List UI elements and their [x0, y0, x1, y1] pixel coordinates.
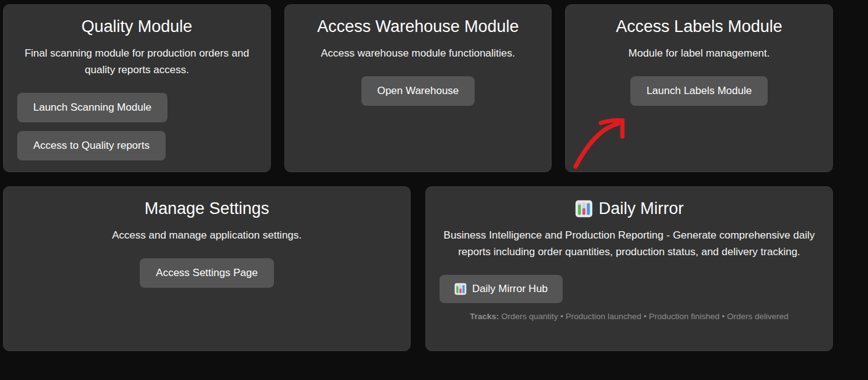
open-warehouse-button[interactable]: Open Warehouse	[361, 76, 475, 106]
card-title-access-labels: Access Labels Module	[579, 17, 819, 36]
warehouse-button-group: Open Warehouse	[299, 76, 538, 106]
labels-button-group: Launch Labels Module	[579, 76, 819, 106]
launch-scanning-module-button[interactable]: Launch Scanning Module	[17, 93, 167, 122]
settings-button-group: Access Settings Page	[17, 258, 396, 288]
bar-chart-icon	[454, 283, 467, 295]
card-quality-module: Quality Module Final scanning module for…	[3, 4, 271, 172]
bar-chart-icon	[575, 200, 593, 218]
card-title-daily-mirror: Daily Mirror	[440, 199, 819, 218]
card-access-labels-module: Access Labels Module Module for label ma…	[565, 4, 833, 172]
tracks-label: Tracks:	[470, 312, 499, 321]
card-title-manage-settings: Manage Settings	[17, 199, 396, 218]
module-dashboard: Quality Module Final scanning module for…	[3, 4, 833, 351]
daily-mirror-hub-button-label: Daily Mirror Hub	[472, 283, 548, 295]
top-row: Quality Module Final scanning module for…	[3, 4, 833, 172]
bottom-row: Manage Settings Access and manage applic…	[3, 186, 833, 351]
access-settings-page-button[interactable]: Access Settings Page	[140, 258, 273, 288]
daily-mirror-hub-button[interactable]: Daily Mirror Hub	[440, 275, 563, 303]
card-daily-mirror: Daily Mirror Business Intelligence and P…	[425, 186, 833, 351]
card-description-daily-mirror: Business Intelligence and Production Rep…	[440, 227, 819, 260]
daily-mirror-button-group: Daily Mirror Hub	[440, 275, 819, 303]
tracks-items: Orders quantity • Production launched • …	[501, 312, 789, 321]
card-access-warehouse-module: Access Warehouse Module Access warehouse…	[284, 4, 552, 172]
card-description-access-warehouse: Access warehouse module functionalities.	[299, 45, 538, 61]
access-quality-reports-button[interactable]: Access to Quality reports	[17, 131, 166, 160]
card-title-quality-module: Quality Module	[17, 17, 257, 36]
card-description-access-labels: Module for label management.	[579, 45, 819, 61]
daily-mirror-title-text: Daily Mirror	[599, 199, 684, 218]
card-description-quality-module: Final scanning module for production ord…	[17, 45, 257, 78]
card-description-manage-settings: Access and manage application settings.	[17, 227, 396, 243]
tracks-summary: Tracks: Orders quantity • Production lau…	[440, 312, 819, 322]
launch-labels-module-button[interactable]: Launch Labels Module	[630, 76, 768, 106]
card-title-access-warehouse: Access Warehouse Module	[299, 17, 538, 36]
quality-button-group: Launch Scanning Module Access to Quality…	[17, 93, 257, 160]
card-manage-settings: Manage Settings Access and manage applic…	[3, 186, 411, 351]
